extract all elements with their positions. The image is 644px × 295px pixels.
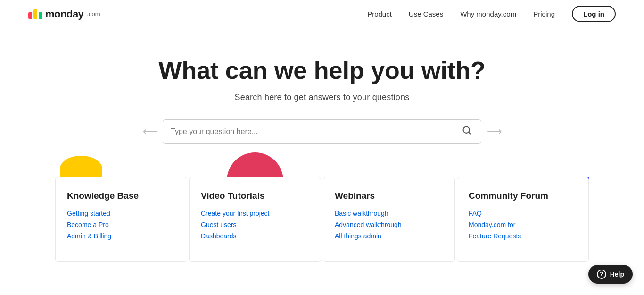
search-deco-left: ⟵ <box>143 126 157 138</box>
logo-com: .com <box>87 10 100 17</box>
link-faq[interactable]: FAQ <box>469 210 577 217</box>
link-admin-billing[interactable]: Admin & Billing <box>67 232 175 240</box>
link-basic-walkthrough[interactable]: Basic walkthrough <box>335 210 443 217</box>
link-advanced-walkthrough[interactable]: Advanced walkthrough <box>335 221 443 228</box>
login-button[interactable]: Log in <box>572 6 616 22</box>
card-community-forum-title: Community Forum <box>469 191 577 201</box>
card-webinars-inner: Webinars Basic walkthrough Advanced walk… <box>323 177 455 262</box>
svg-line-1 <box>469 132 471 134</box>
card-community-forum: Community Forum FAQ Monday.com for Featu… <box>457 177 589 262</box>
logo-bar-yellow <box>33 9 37 19</box>
card-video-tutorials-inner: Video Tutorials Create your first projec… <box>189 177 321 262</box>
logo-icon <box>28 9 42 19</box>
card-webinars: Webinars Basic walkthrough Advanced walk… <box>323 177 455 262</box>
nav-use-cases[interactable]: Use Cases <box>409 10 443 18</box>
nav-pricing[interactable]: Pricing <box>533 10 555 18</box>
card-video-tutorials-title: Video Tutorials <box>201 191 309 201</box>
search-area: ⟵ ⟶ <box>143 119 501 144</box>
hero-subtitle: Search here to get answers to your quest… <box>9 93 635 102</box>
link-getting-started[interactable]: Getting started <box>67 210 175 217</box>
nav: Product Use Cases Why monday.com Pricing… <box>367 6 616 22</box>
link-guest-users[interactable]: Guest users <box>201 221 309 228</box>
logo[interactable]: monday.com <box>28 8 100 20</box>
cards-section: Knowledge Base Getting started Become a … <box>0 177 644 262</box>
link-dashboards[interactable]: Dashboards <box>201 232 309 240</box>
card-community-forum-inner: Community Forum FAQ Monday.com for Featu… <box>457 177 589 262</box>
logo-text: monday <box>45 8 83 20</box>
card-knowledge-base-inner: Knowledge Base Getting started Become a … <box>55 177 187 262</box>
link-all-things-admin[interactable]: All things admin <box>335 232 443 240</box>
card-webinars-title: Webinars <box>335 191 443 201</box>
card-knowledge-base: Knowledge Base Getting started Become a … <box>55 177 187 262</box>
hero-section: What can we help you with? Search here t… <box>0 28 644 168</box>
card-knowledge-base-title: Knowledge Base <box>67 191 175 201</box>
search-submit-button[interactable] <box>460 124 473 139</box>
logo-bar-red <box>28 12 32 19</box>
search-icon <box>462 126 471 135</box>
hero-title: What can we help you with? <box>9 57 635 85</box>
link-become-pro[interactable]: Become a Pro <box>67 221 175 228</box>
search-box <box>163 119 481 144</box>
link-create-project[interactable]: Create your first project <box>201 210 309 217</box>
card-video-tutorials: Video Tutorials Create your first projec… <box>189 177 321 262</box>
search-input[interactable] <box>171 127 460 136</box>
logo-bar-green <box>39 12 42 19</box>
link-feature-requests[interactable]: Feature Requests <box>469 232 577 240</box>
link-monday-for[interactable]: Monday.com for <box>469 221 577 228</box>
nav-product[interactable]: Product <box>367 10 392 18</box>
search-deco-right: ⟶ <box>487 126 501 138</box>
header: monday.com Product Use Cases Why monday.… <box>0 0 644 28</box>
nav-why[interactable]: Why monday.com <box>460 10 516 18</box>
